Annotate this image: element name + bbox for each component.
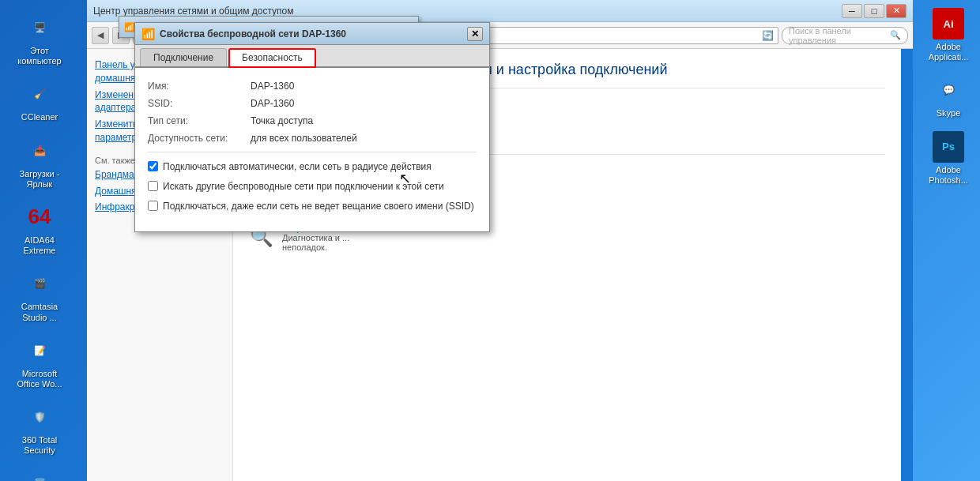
tab-security[interactable]: Безопасность (228, 48, 316, 68)
security360-label: 360 Total Security (8, 435, 71, 456)
dialog-title-bar: 📶 Свойства беспроводной сети DAP-1360 ✕ (135, 23, 489, 45)
checkbox-auto-connect-input[interactable] (148, 161, 158, 171)
dialog-close-button[interactable]: ✕ (467, 27, 483, 41)
info-row-ssid: SSID: DAP-1360 (148, 98, 477, 109)
aida64-icon: 64 (24, 201, 55, 233)
checkbox-search-other: Искать другие беспроводные сети при подк… (148, 180, 477, 194)
aida64-label: AIDA64Extreme (24, 235, 56, 256)
back-button[interactable]: ◀ (92, 27, 109, 44)
security360-icon: 🛡️ (24, 401, 55, 433)
title-bar-controls: ─ □ ✕ (842, 4, 906, 18)
desktop-icons-right: Ai AdobeApplicati... 💬 Skype Ps AdobePho… (913, 0, 980, 194)
dialog-title-icon: 📶 (141, 28, 155, 40)
checkbox-search-other-label: Искать другие беспроводные сети при подк… (163, 180, 444, 194)
info-label-network-type: Тип сети: (148, 115, 251, 126)
desktop-icon-computer[interactable]: 🖥️ Этот компьютер (4, 8, 75, 70)
wifi-properties-dialog: 📶 Свойства беспроводной сети DAP-1360 ✕ … (134, 22, 490, 232)
desktop-icon-camtasia[interactable]: 🎬 CamtasiaStudio ... (4, 264, 75, 326)
info-value-availability: для всех пользователей (251, 133, 357, 144)
minimize-button[interactable]: ─ (842, 4, 862, 18)
right-panel (901, 49, 913, 481)
checkbox-auto-connect: Подключаться автоматически, если сеть в … (148, 160, 477, 174)
adobe-icon: Ai (933, 8, 964, 39)
info-label-availability: Доступность сети: (148, 133, 251, 144)
refresh-icon[interactable]: 🔄 (762, 30, 774, 41)
desktop-icon-360security[interactable]: 🛡️ 360 Total Security (4, 397, 75, 460)
wifi-status-icon: 📶 (124, 22, 135, 32)
main-window: Центр управления сетями и общим доступом… (87, 0, 913, 481)
search-box[interactable]: Поиск в панели управления 🔍 (782, 27, 908, 44)
dialog-content: Имя: DAP-1360 SSID: DAP-1360 Тип сети: Т… (135, 68, 489, 231)
info-value-name: DAP-1360 (251, 81, 294, 92)
maximize-button[interactable]: □ (864, 4, 884, 18)
search-icon: 🔍 (890, 30, 901, 40)
checkbox-connect-hidden: Подключаться, даже если сеть не ведет ве… (148, 200, 477, 213)
close-button[interactable]: ✕ (886, 4, 906, 18)
ccleaner-icon: 🧹 (24, 78, 55, 110)
camtasia-icon: 🎬 (24, 268, 55, 299)
info-label-ssid: SSID: (148, 98, 251, 109)
checkbox-connect-hidden-label: Подключаться, даже если сеть не ведет ве… (163, 200, 474, 213)
adobe-label: AdobeApplicati... (929, 42, 969, 62)
info-row-availability: Доступность сети: для всех пользователей (148, 133, 477, 144)
desktop-icon-ccleaner[interactable]: 🧹 CCleaner (4, 74, 75, 126)
checkbox-search-other-input[interactable] (148, 181, 158, 191)
desktop-icon-aida64[interactable]: 64 AIDA64Extreme (4, 197, 75, 260)
downloads-label: Загрузки -Ярлык (20, 169, 60, 190)
info-row-network-type: Тип сети: Точка доступа (148, 115, 477, 126)
desktop-icon-skype[interactable]: 💬 Skype (917, 70, 980, 122)
trash-icon: 🗑️ (24, 468, 55, 481)
info-value-ssid: DAP-1360 (251, 98, 294, 109)
skype-icon: 💬 (933, 74, 964, 106)
info-value-network-type: Точка доступа (251, 115, 313, 126)
desktop-icons-left: 🖥️ Этот компьютер 🧹 CCleaner 📥 Загрузки … (0, 0, 87, 481)
desktop-icon-adobe[interactable]: Ai AdobeApplicati... (917, 4, 980, 66)
tab-connection[interactable]: Подключение (140, 48, 227, 66)
computer-label: Этот компьютер (8, 46, 71, 66)
dialog-title-text: Свойства беспроводной сети DAP-1360 (160, 28, 467, 39)
info-label-name: Имя: (148, 81, 251, 92)
checkbox-auto-connect-label: Подключаться автоматически, если сеть в … (163, 160, 432, 174)
checkbox-connect-hidden-input[interactable] (148, 201, 158, 211)
desktop: 🖥️ Этот компьютер 🧹 CCleaner 📥 Загрузки … (0, 0, 980, 481)
camtasia-label: CamtasiaStudio ... (21, 302, 58, 322)
info-row-name: Имя: DAP-1360 (148, 81, 477, 92)
msoffice-icon: 📝 (24, 335, 55, 366)
photoshop-label: AdobePhotosh... (929, 165, 968, 186)
troubleshoot-desc: Диагностика и ...неполадок. (282, 233, 355, 252)
info-divider (148, 152, 477, 152)
downloads-icon: 📥 (24, 135, 55, 167)
desktop-icon-msoffice[interactable]: 📝 MicrosoftOffice Wo... (4, 331, 75, 393)
photoshop-icon: Ps (933, 131, 964, 163)
desktop-icon-photoshop[interactable]: Ps AdobePhotosh... (917, 127, 980, 190)
window-title: Центр управления сетями и общим доступом (93, 6, 842, 17)
ccleaner-label: CCleaner (21, 112, 58, 122)
dialog-tabs: Подключение Безопасность (135, 45, 489, 68)
msoffice-label: MicrosoftOffice Wo... (17, 369, 62, 389)
computer-icon: 🖥️ (24, 12, 55, 43)
search-placeholder: Поиск в панели управления (789, 26, 887, 45)
desktop-icon-trash[interactable]: 🗑️ Корзина (4, 464, 75, 481)
skype-label: Skype (937, 108, 961, 118)
desktop-icon-downloads[interactable]: 📥 Загрузки -Ярлык (4, 131, 75, 194)
